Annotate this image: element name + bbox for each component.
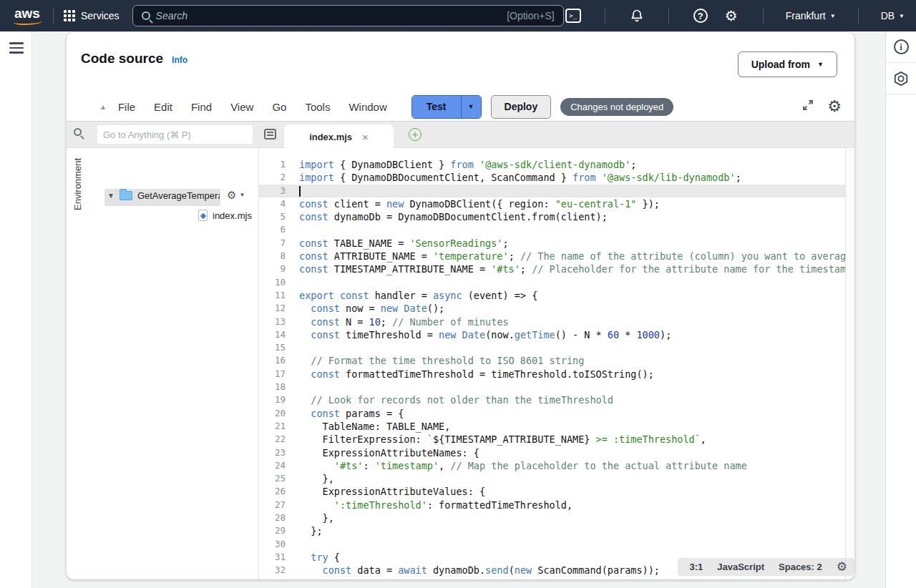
line-number[interactable]: 13	[259, 315, 293, 328]
cloudshell-button[interactable]: >_	[564, 6, 583, 25]
line-number[interactable]: 19	[259, 393, 293, 406]
code-line[interactable]: 2import { DynamoDBDocumentClient, ScanCo…	[259, 171, 845, 184]
line-number[interactable]: 6	[259, 223, 293, 236]
code-line[interactable]: 27 ':timeThreshold': formattedTimeThresh…	[259, 499, 845, 511]
code-text[interactable]: const data = await dynamoDb.send(new Sca…	[293, 564, 660, 577]
code-text[interactable]: export const handler = async (event) => …	[293, 289, 537, 302]
line-number[interactable]: 2	[259, 171, 293, 184]
account-menu[interactable]: DB ▼	[881, 10, 905, 21]
menu-edit[interactable]: Edit	[154, 101, 172, 113]
code-text[interactable]: '#ts': 'timestamp', // Map the placehold…	[293, 459, 747, 472]
line-number[interactable]: 5	[259, 210, 293, 223]
code-line[interactable]: 26 ExpressionAttributeValues: {	[259, 485, 845, 498]
code-text[interactable]: ExpressionAttributeValues: {	[293, 485, 485, 498]
code-line[interactable]: 5const dynamoDb = DynamoDBDocumentClient…	[259, 210, 845, 223]
code-text[interactable]: try {	[293, 551, 340, 564]
line-number[interactable]: 17	[259, 368, 293, 381]
line-number[interactable]: 22	[259, 433, 293, 446]
info-link[interactable]: Info	[172, 55, 187, 65]
goto-anything-input[interactable]: Go to Anything (⌘ P)	[97, 125, 253, 144]
cursor-position[interactable]: 3:1	[689, 562, 703, 572]
code-text[interactable]: },	[293, 511, 334, 524]
code-line[interactable]: 10	[259, 276, 845, 289]
line-number[interactable]: 3	[259, 185, 293, 197]
code-line[interactable]: 28 },	[259, 511, 845, 524]
code-text[interactable]: const dynamoDb = DynamoDBDocumentClient.…	[293, 210, 608, 223]
line-number[interactable]: 10	[259, 276, 293, 289]
menu-window[interactable]: Window	[349, 101, 386, 113]
code-line[interactable]: 24 '#ts': 'timestamp', // Map the placeh…	[259, 459, 845, 472]
line-number[interactable]: 18	[259, 381, 293, 393]
code-line[interactable]: 3	[259, 185, 845, 197]
tab-close-icon[interactable]: ×	[362, 131, 369, 143]
code-text[interactable]: const TABLE_NAME = 'SensorReadings';	[293, 237, 509, 250]
menu-tools[interactable]: Tools	[305, 101, 330, 113]
line-number[interactable]: 16	[259, 354, 293, 367]
help-panel-button[interactable]: i	[886, 31, 916, 63]
line-number[interactable]: 24	[259, 459, 293, 472]
editor-scrollbar[interactable]	[845, 148, 854, 579]
tree-file-row[interactable]: index.mjs	[198, 210, 252, 221]
code-line[interactable]: 33 const items = data.Items;	[259, 577, 845, 580]
search-input[interactable]: Search [Option+S]	[132, 5, 564, 26]
code-line[interactable]: 14 const timeThreshold = new Date(now.ge…	[259, 328, 845, 341]
tree-folder-row[interactable]: ▼ GetAverageTempera	[107, 190, 220, 201]
fullscreen-button[interactable]	[802, 99, 814, 114]
code-line[interactable]: 29 };	[259, 524, 845, 537]
line-number[interactable]: 25	[259, 472, 293, 485]
code-line[interactable]: 8const ATTRIBUTE_NAME = 'temperature'; /…	[259, 250, 845, 263]
code-line[interactable]: 11export const handler = async (event) =…	[259, 289, 845, 302]
code-line[interactable]: 20 const params = {	[259, 407, 845, 420]
code-line[interactable]: 18	[259, 381, 845, 393]
code-text[interactable]	[293, 341, 299, 354]
code-line[interactable]: 16 // Format the time threshold to ISO 8…	[259, 354, 845, 367]
tab-index-mjs[interactable]: index.mjs ×	[284, 124, 394, 149]
code-text[interactable]: ':timeThreshold': formattedTimeThreshold…	[293, 499, 572, 511]
environment-tab[interactable]: Environment	[72, 158, 83, 210]
line-number[interactable]: 33	[259, 577, 293, 580]
code-text[interactable]: const timeThreshold = new Date(now.getTi…	[293, 328, 671, 341]
notifications-button[interactable]	[628, 6, 646, 25]
code-text[interactable]: ExpressionAttributeNames: {	[293, 446, 479, 459]
help-button[interactable]: ?	[691, 6, 710, 25]
code-line[interactable]: 22 FilterExpression: `${TIMESTAMP_ATTRIB…	[259, 433, 845, 446]
code-text[interactable]	[293, 223, 299, 236]
code-text[interactable]	[293, 381, 299, 393]
hamburger-menu-button[interactable]	[9, 42, 24, 57]
test-button[interactable]: Test	[412, 96, 461, 118]
line-number[interactable]: 21	[259, 420, 293, 433]
code-line[interactable]: 9const TIMESTAMP_ATTRIBUTE_NAME = '#ts';…	[259, 263, 845, 275]
services-menu[interactable]: Services	[64, 10, 120, 21]
line-number[interactable]: 4	[259, 197, 293, 210]
menu-find[interactable]: Find	[191, 101, 212, 113]
upload-from-button[interactable]: Upload from ▼	[738, 52, 837, 77]
console-list-icon[interactable]	[264, 129, 276, 139]
menu-go[interactable]: Go	[272, 101, 286, 113]
editor-settings-button[interactable]: ⚙	[827, 99, 842, 114]
aws-logo[interactable]: aws	[11, 6, 43, 26]
new-tab-button[interactable]: +	[409, 128, 422, 141]
code-text[interactable]: import { DynamoDBClient } from '@aws-sdk…	[293, 158, 636, 171]
code-line[interactable]: 4const client = new DynamoDBClient({ reg…	[259, 197, 845, 210]
line-number[interactable]: 30	[259, 538, 293, 551]
line-number[interactable]: 8	[259, 250, 293, 263]
line-number[interactable]: 26	[259, 485, 293, 498]
tree-folder-gear[interactable]: ⚙ ▼	[227, 190, 245, 200]
code-text[interactable]: const ATTRIBUTE_NAME = 'temperature'; //…	[293, 250, 852, 263]
code-line[interactable]: 23 ExpressionAttributeNames: {	[259, 446, 845, 459]
language-mode[interactable]: JavaScript	[717, 562, 764, 572]
line-number[interactable]: 27	[259, 499, 293, 511]
code-text[interactable]: const now = new Date();	[293, 302, 444, 315]
code-line[interactable]: 19 // Look for records not older than th…	[259, 393, 845, 406]
code-text[interactable]: FilterExpression: `${TIMESTAMP_ATTRIBUTE…	[293, 433, 706, 446]
deploy-button[interactable]: Deploy	[491, 95, 552, 119]
code-line[interactable]: 1import { DynamoDBClient } from '@aws-sd…	[259, 158, 845, 171]
code-text[interactable]: import { DynamoDBDocumentClient, ScanCom…	[293, 171, 741, 184]
menu-file[interactable]: File	[118, 101, 135, 113]
code-text[interactable]: };	[293, 524, 323, 537]
menu-view[interactable]: View	[230, 101, 253, 113]
settings-button[interactable]: ⚙	[722, 6, 741, 25]
line-number[interactable]: 1	[259, 158, 293, 171]
code-text[interactable]: // Format the time threshold to ISO 8601…	[293, 354, 584, 367]
code-text[interactable]: const N = 10; // Number of minutes	[293, 315, 509, 328]
